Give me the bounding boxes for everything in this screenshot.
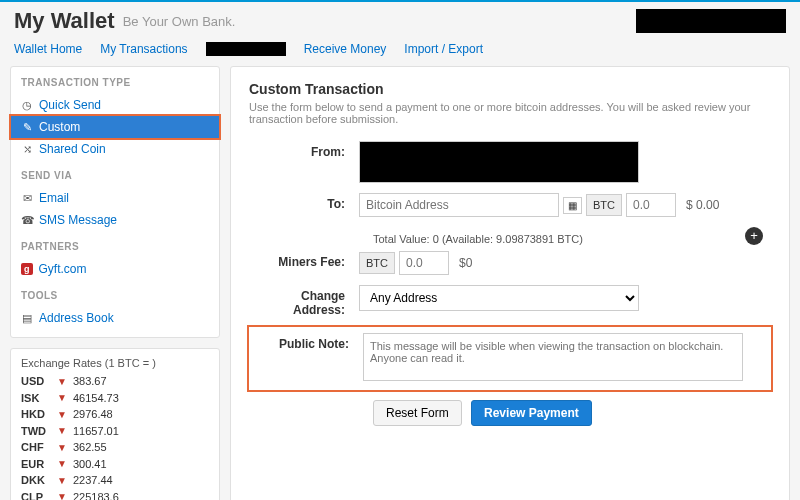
- public-note-textarea[interactable]: [363, 333, 743, 381]
- main-nav: Wallet Home My Transactions Receive Mone…: [0, 36, 800, 66]
- rate-value: 2976.48: [73, 406, 113, 423]
- currency-code: DKK: [21, 472, 51, 489]
- exrate-row: USD▼383.67: [21, 373, 209, 390]
- sidebar-item-label: Quick Send: [39, 98, 101, 112]
- down-arrow-icon: ▼: [57, 390, 67, 405]
- exchange-rates: Exchange Rates (1 BTC = ) USD▼383.67ISK▼…: [10, 348, 220, 500]
- sidebar-item-label: Gyft.com: [39, 262, 87, 276]
- tagline: Be Your Own Bank.: [123, 14, 236, 29]
- review-payment-button[interactable]: Review Payment: [471, 400, 592, 426]
- down-arrow-icon: ▼: [57, 374, 67, 389]
- sidebar-item-quick-send[interactable]: ◷ Quick Send: [11, 94, 219, 116]
- nav-receive-money[interactable]: Receive Money: [304, 42, 387, 56]
- redacted-header: [636, 9, 786, 33]
- sidebar-item-shared-coin[interactable]: ⤭ Shared Coin: [11, 138, 219, 160]
- rate-value: 362.55: [73, 439, 107, 456]
- rate-value: 2237.44: [73, 472, 113, 489]
- shuffle-icon: ⤭: [21, 143, 33, 156]
- to-address-input[interactable]: [359, 193, 559, 217]
- book-icon: ▤: [21, 312, 33, 325]
- exrate-row: HKD▼2976.48: [21, 406, 209, 423]
- note-label: Public Note:: [253, 333, 363, 351]
- rate-value: 225183.6: [73, 489, 119, 501]
- down-arrow-icon: ▼: [57, 473, 67, 488]
- sidebar-item-label: Shared Coin: [39, 142, 106, 156]
- phone-icon: ☎: [21, 214, 33, 227]
- down-arrow-icon: ▼: [57, 423, 67, 438]
- mail-icon: ✉: [21, 192, 33, 205]
- btc-unit-label: BTC: [586, 194, 622, 216]
- sidebar-item-email[interactable]: ✉ Email: [11, 187, 219, 209]
- sidebar-title-txtype: TRANSACTION TYPE: [11, 75, 219, 94]
- down-arrow-icon: ▼: [57, 407, 67, 422]
- nav-wallet-home[interactable]: Wallet Home: [14, 42, 82, 56]
- amount-usd: $ 0.00: [680, 194, 725, 216]
- form-heading: Custom Transaction: [249, 81, 771, 97]
- exrate-row: CHF▼362.55: [21, 439, 209, 456]
- redacted-nav: [206, 42, 286, 56]
- gyft-icon: g: [21, 263, 33, 275]
- currency-code: HKD: [21, 406, 51, 423]
- qr-icon[interactable]: ▦: [563, 197, 582, 214]
- nav-my-transactions[interactable]: My Transactions: [100, 42, 187, 56]
- from-label: From:: [249, 141, 359, 159]
- rate-value: 46154.73: [73, 390, 119, 407]
- down-arrow-icon: ▼: [57, 489, 67, 500]
- sidebar-item-address-book[interactable]: ▤ Address Book: [11, 307, 219, 329]
- down-arrow-icon: ▼: [57, 456, 67, 471]
- page-title: My Wallet: [14, 8, 115, 34]
- exrate-row: DKK▼2237.44: [21, 472, 209, 489]
- sidebar-item-label: Custom: [39, 120, 80, 134]
- form-subheading: Use the form below to send a payment to …: [249, 101, 771, 125]
- sidebar-item-label: SMS Message: [39, 213, 117, 227]
- exrate-row: CLP▼225183.6: [21, 489, 209, 501]
- exrate-row: TWD▼11657.01: [21, 423, 209, 440]
- add-recipient-button[interactable]: +: [745, 227, 763, 245]
- currency-code: EUR: [21, 456, 51, 473]
- exrates-title: Exchange Rates (1 BTC = ): [21, 357, 209, 369]
- down-arrow-icon: ▼: [57, 440, 67, 455]
- sidebar-item-custom[interactable]: ✎ Custom: [11, 116, 219, 138]
- reset-form-button[interactable]: Reset Form: [373, 400, 462, 426]
- sidebar-item-sms[interactable]: ☎ SMS Message: [11, 209, 219, 231]
- sidebar-title-tools: TOOLS: [11, 288, 219, 307]
- sidebar-title-sendvia: SEND VIA: [11, 168, 219, 187]
- currency-code: ISK: [21, 390, 51, 407]
- miners-fee-input[interactable]: [399, 251, 449, 275]
- exrate-row: EUR▼300.41: [21, 456, 209, 473]
- fee-usd: $0: [453, 252, 478, 274]
- exrate-row: ISK▼46154.73: [21, 390, 209, 407]
- currency-code: CHF: [21, 439, 51, 456]
- sidebar-item-label: Email: [39, 191, 69, 205]
- rate-value: 300.41: [73, 456, 107, 473]
- sidebar-item-gyft[interactable]: g Gyft.com: [11, 258, 219, 280]
- nav-import-export[interactable]: Import / Export: [404, 42, 483, 56]
- currency-code: TWD: [21, 423, 51, 440]
- currency-code: CLP: [21, 489, 51, 501]
- from-select-redacted[interactable]: [359, 141, 639, 183]
- sidebar-item-label: Address Book: [39, 311, 114, 325]
- fee-label: Miners Fee:: [249, 251, 359, 269]
- btc-unit-label: BTC: [359, 252, 395, 274]
- clock-icon: ◷: [21, 99, 33, 112]
- change-address-select[interactable]: Any Address: [359, 285, 639, 311]
- to-label: To:: [249, 193, 359, 211]
- brush-icon: ✎: [21, 121, 33, 134]
- amount-btc-input[interactable]: [626, 193, 676, 217]
- rate-value: 383.67: [73, 373, 107, 390]
- currency-code: USD: [21, 373, 51, 390]
- total-value-text: Total Value: 0 (Available: 9.09873891 BT…: [373, 233, 583, 245]
- change-label: Change Address:: [249, 285, 359, 317]
- rate-value: 11657.01: [73, 423, 119, 440]
- sidebar-title-partners: PARTNERS: [11, 239, 219, 258]
